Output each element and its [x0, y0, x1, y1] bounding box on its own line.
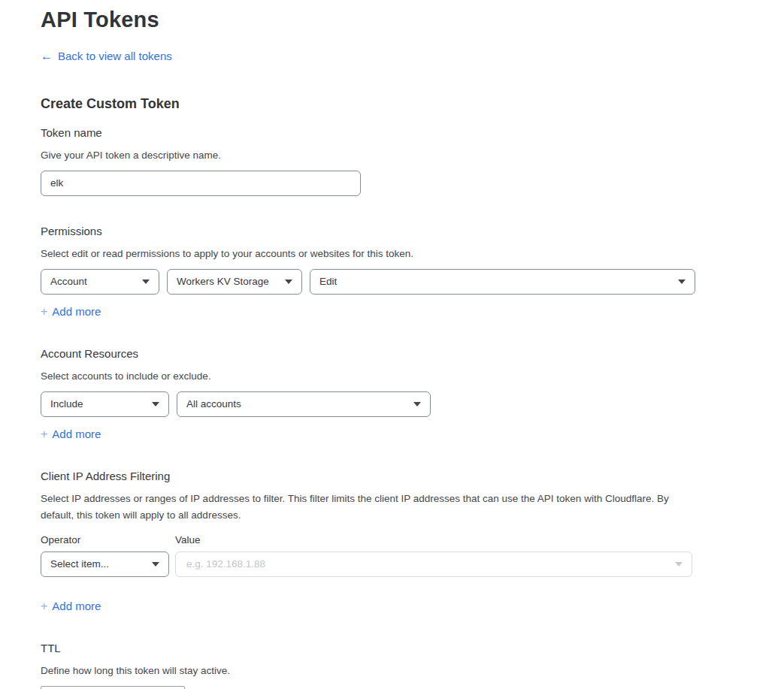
permission-resource-select[interactable]: Workers KV Storage	[167, 269, 302, 295]
permissions-row: Account Workers KV Storage Edit	[41, 269, 784, 295]
permission-scope-value: Account	[50, 276, 87, 287]
add-more-label: Add more	[52, 305, 101, 318]
ttl-label: TTL	[41, 642, 784, 654]
back-link-label: Back to view all tokens	[58, 50, 172, 62]
plus-icon: +	[41, 428, 47, 441]
page-title: API Tokens	[41, 5, 784, 35]
account-resources-row: Include All accounts	[41, 391, 784, 417]
account-resources-help: Select accounts to include or exclude.	[41, 368, 784, 385]
ttl-help: Define how long this token will stay act…	[41, 663, 784, 679]
chevron-down-icon	[142, 280, 150, 284]
resource-accounts-select[interactable]: All accounts	[177, 391, 431, 417]
account-resources-add-more-button[interactable]: + Add more	[41, 428, 101, 441]
resource-mode-select[interactable]: Include	[41, 391, 169, 417]
value-label: Value	[175, 534, 201, 545]
resource-accounts-value: All accounts	[186, 398, 241, 409]
plus-icon: +	[41, 305, 47, 319]
operator-label: Operator	[41, 534, 169, 545]
ip-filtering-help: Select IP addresses or ranges of IP addr…	[41, 491, 693, 524]
chevron-down-icon	[285, 280, 292, 284]
back-arrow-icon: ←	[41, 50, 53, 62]
account-resources-label: Account Resources	[41, 347, 784, 360]
back-link[interactable]: ← Back to view all tokens	[41, 50, 172, 62]
ttl-date-range-picker[interactable]: Start Date → End Date	[41, 686, 185, 689]
permission-resource-value: Workers KV Storage	[177, 276, 269, 287]
chevron-down-icon	[152, 562, 159, 567]
ip-operator-value: Select item...	[50, 558, 109, 570]
permission-access-value: Edit	[319, 276, 337, 287]
token-name-help: Give your API token a descriptive name.	[41, 147, 784, 164]
ip-filtering-field-labels: Operator Value	[41, 534, 784, 545]
resource-mode-value: Include	[50, 398, 83, 409]
add-more-label: Add more	[52, 600, 101, 612]
chevron-down-icon	[413, 402, 421, 406]
token-name-input[interactable]	[41, 171, 361, 196]
ip-operator-select[interactable]: Select item...	[41, 552, 169, 577]
api-tokens-page: API Tokens ← Back to view all tokens Cre…	[0, 0, 784, 689]
ip-value-input[interactable]	[185, 558, 666, 570]
chevron-down-icon	[675, 562, 683, 567]
form-heading: Create Custom Token	[41, 96, 784, 112]
chevron-down-icon	[152, 402, 159, 406]
ip-filtering-row: Select item...	[41, 552, 784, 577]
ip-value-combobox[interactable]	[175, 552, 692, 577]
permissions-add-more-button[interactable]: + Add more	[41, 305, 101, 319]
permissions-label: Permissions	[41, 225, 784, 237]
token-name-label: Token name	[41, 126, 784, 139]
permission-access-select[interactable]: Edit	[310, 269, 695, 295]
plus-icon: +	[41, 600, 47, 613]
permissions-help: Select edit or read permissions to apply…	[41, 246, 784, 262]
permission-scope-select[interactable]: Account	[41, 269, 159, 295]
add-more-label: Add more	[52, 428, 101, 440]
chevron-down-icon	[678, 280, 686, 284]
ip-filtering-add-more-button[interactable]: + Add more	[41, 600, 101, 613]
ip-filtering-label: Client IP Address Filtering	[41, 470, 784, 482]
